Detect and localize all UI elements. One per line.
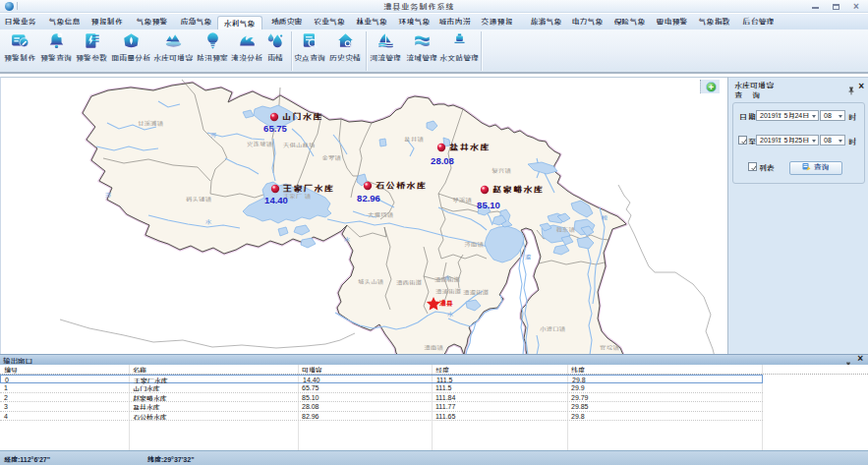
svg-text:水: 水: [205, 218, 212, 225]
svg-text:水: 水: [447, 311, 454, 318]
svg-text:盐井镇: 盐井镇: [404, 136, 424, 143]
svg-text:82.96: 82.96: [357, 193, 380, 203]
svg-text:官垸镇: 官垸镇: [600, 344, 619, 351]
svg-text:如东镇: 如东镇: [555, 226, 575, 233]
svg-text:65.75: 65.75: [263, 123, 287, 134]
svg-text:城头山镇: 城头山镇: [358, 278, 384, 285]
svg-text:澧西街道: 澧西街道: [396, 279, 423, 286]
svg-text:火连坡镇: 火连坡镇: [247, 141, 273, 147]
svg-text:澧南镇: 澧南镇: [424, 344, 443, 351]
svg-text:山门水库: 山门水库: [282, 111, 323, 122]
svg-text:大堰垱镇: 大堰垱镇: [368, 211, 394, 218]
svg-text:天供山林场: 天供山林场: [283, 142, 316, 148]
svg-text:复兴镇: 复兴镇: [492, 167, 511, 174]
svg-text:14.40: 14.40: [264, 195, 288, 205]
svg-text:水: 水: [344, 236, 351, 243]
svg-text:85.10: 85.10: [477, 200, 500, 210]
svg-text:小渡口镇: 小渡口镇: [540, 325, 566, 332]
svg-text:松: 松: [602, 214, 608, 221]
svg-text:28.08: 28.08: [431, 155, 454, 166]
svg-text:澹: 澹: [525, 254, 532, 261]
svg-text:石公桥水库: 石公桥水库: [376, 180, 428, 191]
svg-text:澧县: 澧县: [438, 299, 453, 307]
svg-text:梦溪镇: 梦溪镇: [452, 197, 472, 203]
svg-text:金罗镇: 金罗镇: [321, 154, 341, 161]
svg-text:王家厂水库: 王家厂水库: [283, 183, 335, 194]
svg-text:码头铺镇: 码头铺镇: [186, 196, 212, 203]
svg-text:盐井水库: 盐井水库: [449, 142, 491, 152]
svg-text:甘溪滩镇: 甘溪滩镇: [138, 120, 164, 127]
svg-text:澧浦街道: 澧浦街道: [435, 288, 462, 295]
svg-text:涔: 涔: [105, 192, 112, 199]
svg-text:澧澹街道: 澧澹街道: [463, 289, 490, 296]
svg-text:赵家峪水库: 赵家峪水库: [492, 184, 545, 195]
svg-text:涔南镇: 涔南镇: [464, 241, 484, 248]
svg-text:水: 水: [444, 274, 451, 281]
svg-text:涔: 涔: [210, 132, 217, 139]
